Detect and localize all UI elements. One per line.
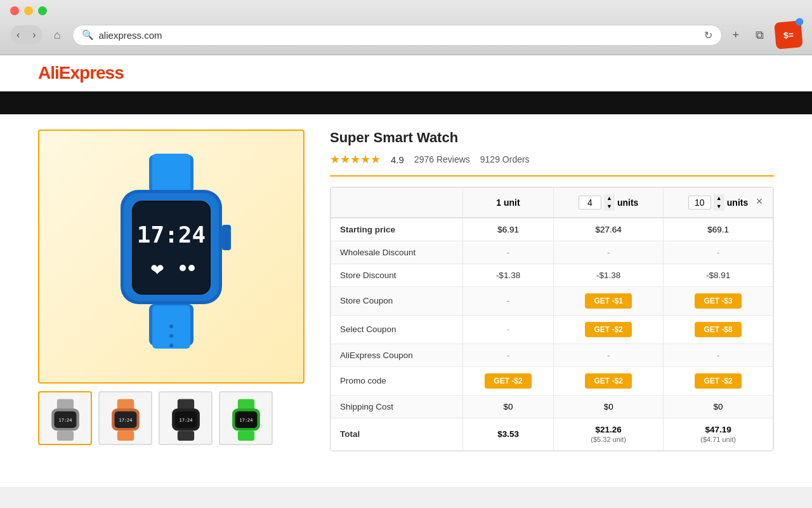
nav-buttons: ‹ › bbox=[10, 25, 43, 44]
reload-button[interactable]: ↻ bbox=[704, 29, 712, 41]
aliexpress-logo: AliExpress bbox=[38, 63, 774, 83]
extension-icon[interactable] bbox=[774, 20, 803, 50]
thumbnail-green[interactable]: 17:24 bbox=[219, 391, 273, 445]
thumbnail-list: 17:24 17:24 bbox=[38, 391, 304, 445]
total-col2-sub: ($5.32 unit) bbox=[591, 436, 626, 443]
wholesale-col2: - bbox=[554, 241, 664, 264]
promo-get2-col2-button[interactable]: GET -$2 bbox=[585, 373, 631, 389]
pricing-table: 1 unit ▲ ▼ units bbox=[331, 187, 773, 451]
close-button[interactable]: × bbox=[750, 192, 768, 210]
store-discount-row: Store Discount -$1.38 -$1.38 -$8.91 bbox=[331, 264, 773, 286]
total-col3: $47.19 ($4.71 unit) bbox=[664, 418, 773, 450]
address-bar[interactable]: 🔍 aliexpress.com ↻ bbox=[72, 25, 723, 46]
store-coupon-col3: GET -$3 bbox=[664, 286, 773, 315]
product-title: Super Smart Watch bbox=[330, 130, 774, 146]
select-coupon-label: Select Coupon bbox=[331, 315, 463, 344]
promo-get2-col3-button[interactable]: GET -$2 bbox=[695, 373, 741, 389]
shipping-col3: $0 bbox=[664, 395, 773, 418]
col2-down-arrow[interactable]: ▼ bbox=[604, 203, 615, 211]
extension-badge bbox=[796, 18, 804, 26]
starting-price-col2: $27.64 bbox=[554, 218, 664, 241]
svg-rect-30 bbox=[177, 431, 193, 441]
select-coupon-col1: - bbox=[462, 315, 553, 344]
store-discount-col1: -$1.38 bbox=[462, 264, 553, 286]
svg-text:17:24: 17:24 bbox=[179, 418, 192, 423]
home-button[interactable]: ⌂ bbox=[48, 25, 67, 46]
maximize-traffic-light[interactable] bbox=[38, 6, 47, 15]
svg-rect-20 bbox=[56, 431, 73, 441]
toolbar-right: + ⧉ bbox=[727, 22, 802, 48]
thumbnail-red[interactable]: 17:24 bbox=[98, 391, 152, 445]
total-row: Total $3.53 $21.26 ($5.32 unit) $47.19 (… bbox=[331, 418, 773, 450]
search-icon: 🔍 bbox=[82, 29, 94, 41]
header-label-col bbox=[331, 188, 463, 218]
aliexpress-coupon-label: AliExpress Coupon bbox=[331, 344, 463, 366]
wholesale-col1: - bbox=[462, 241, 553, 264]
watch-illustration: 17:24 ❤ bbox=[89, 149, 254, 364]
starting-price-label: Starting price bbox=[331, 218, 463, 241]
site-header: AliExpress bbox=[0, 55, 812, 91]
select-coupon-col3: GET -$8 bbox=[664, 315, 773, 344]
promo-code-col3: GET -$2 bbox=[664, 366, 773, 395]
aliexpress-coupon-col2: - bbox=[554, 344, 664, 366]
total-col3-sub: ($4.71 unit) bbox=[700, 436, 736, 443]
col3-unit-arrows: ▲ ▼ bbox=[714, 194, 724, 211]
table-header-row: 1 unit ▲ ▼ units bbox=[331, 188, 773, 218]
shipping-col1: $0 bbox=[462, 395, 553, 418]
back-button[interactable]: ‹ bbox=[10, 25, 26, 44]
svg-text:❤: ❤ bbox=[150, 260, 164, 279]
wholesale-discount-label: Wholesale Discount bbox=[331, 241, 463, 264]
col2-up-arrow[interactable]: ▲ bbox=[604, 194, 615, 203]
col3-up-arrow[interactable]: ▲ bbox=[714, 194, 724, 203]
col3-down-arrow[interactable]: ▼ bbox=[714, 203, 724, 211]
url-text: aliexpress.com bbox=[99, 30, 700, 41]
total-col2: $21.26 ($5.32 unit) bbox=[554, 418, 664, 450]
page-content: AliExpress 17:24 bbox=[0, 55, 812, 487]
select-coupon-get8-button[interactable]: GET -$8 bbox=[695, 322, 741, 337]
starting-price-col3: $69.1 bbox=[664, 218, 773, 241]
select-coupon-row: Select Coupon - GET -$2 GET -$8 bbox=[331, 315, 773, 344]
store-coupon-get3-button[interactable]: GET -$3 bbox=[695, 293, 741, 309]
thumbnail-black[interactable]: 17:24 bbox=[159, 391, 213, 445]
promo-get2-col1-button[interactable]: GET -$2 bbox=[485, 373, 531, 389]
main-product-image: 17:24 ❤ bbox=[38, 130, 304, 384]
store-coupon-label: Store Coupon bbox=[331, 286, 463, 315]
select-coupon-get2-button[interactable]: GET -$2 bbox=[585, 322, 631, 337]
svg-point-13 bbox=[169, 334, 173, 338]
aliexpress-coupon-row: AliExpress Coupon - - - bbox=[331, 344, 773, 366]
wholesale-col3: - bbox=[664, 241, 773, 264]
store-coupon-col1: - bbox=[462, 286, 553, 315]
store-coupon-get1-button[interactable]: GET -$1 bbox=[585, 293, 631, 309]
svg-rect-35 bbox=[237, 431, 254, 441]
starting-price-row: Starting price $6.91 $27.64 $69.1 bbox=[331, 218, 773, 241]
orders-count: 9129 Orders bbox=[480, 154, 530, 164]
aliexpress-coupon-col1: - bbox=[462, 344, 553, 366]
traffic-lights bbox=[10, 6, 802, 22]
svg-point-14 bbox=[169, 344, 173, 347]
tabs-button[interactable]: ⧉ bbox=[750, 26, 769, 44]
shipping-col2: $0 bbox=[554, 395, 664, 418]
store-discount-col2: -$1.38 bbox=[554, 264, 664, 286]
store-discount-col3: -$8.91 bbox=[664, 264, 773, 286]
col2-unit-arrows: ▲ ▼ bbox=[604, 194, 615, 211]
svg-rect-15 bbox=[222, 225, 231, 250]
product-images: 17:24 ❤ bbox=[38, 130, 304, 451]
col2-unit-input[interactable] bbox=[579, 196, 601, 210]
col3-unit-input[interactable] bbox=[688, 196, 711, 210]
promo-code-label: Promo code bbox=[331, 366, 463, 395]
aliexpress-coupon-col3: - bbox=[664, 344, 773, 366]
close-traffic-light[interactable] bbox=[10, 6, 19, 15]
store-coupon-row: Store Coupon - GET -$1 GET -$3 bbox=[331, 286, 773, 315]
store-coupon-col2: GET -$1 bbox=[554, 286, 664, 315]
promo-code-col2: GET -$2 bbox=[554, 366, 664, 395]
total-label: Total bbox=[331, 418, 463, 450]
forward-button[interactable]: › bbox=[26, 25, 42, 44]
svg-text:17:24: 17:24 bbox=[239, 418, 252, 423]
pricing-table-wrapper: × 1 unit ▲ ▼ bbox=[330, 187, 774, 451]
svg-rect-5 bbox=[133, 202, 209, 293]
col3-units-label: units bbox=[727, 197, 748, 208]
new-tab-button[interactable]: + bbox=[727, 26, 744, 44]
thumbnail-gray[interactable]: 17:24 bbox=[38, 391, 92, 445]
header-col2: ▲ ▼ units bbox=[554, 188, 664, 218]
minimize-traffic-light[interactable] bbox=[24, 6, 33, 15]
